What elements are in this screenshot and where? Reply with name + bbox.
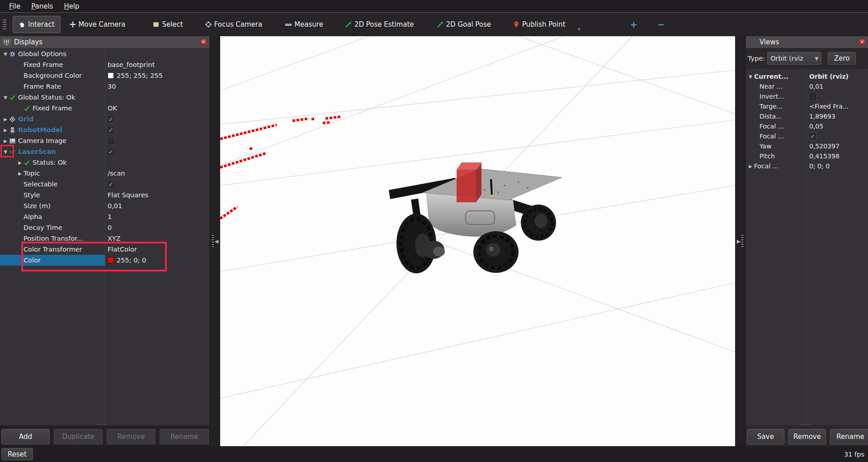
robot-icon: [9, 126, 18, 133]
color-swatch[interactable]: [108, 257, 114, 263]
displays-row-style[interactable]: StyleFlat Squares: [0, 190, 209, 200]
tool-publish-point[interactable]: Publish Point: [507, 16, 571, 33]
property-label: Style: [24, 191, 40, 199]
tool-label: 2D Pose Estimate: [354, 20, 414, 29]
tool-select[interactable]: Select: [146, 16, 189, 33]
checkbox-checked[interactable]: ✓: [108, 148, 114, 155]
hand-icon: [19, 21, 26, 28]
property-label: Camera Image: [18, 137, 66, 144]
splitter-right[interactable]: ▶: [735, 36, 746, 446]
save-button[interactable]: Save: [747, 429, 784, 444]
add-button[interactable]: Add: [1, 429, 50, 444]
close-icon[interactable]: ✕: [859, 39, 865, 45]
expand-right-icon[interactable]: ▶: [2, 128, 9, 133]
views-row-current-[interactable]: ▼Current...Orbit (rviz): [746, 71, 868, 81]
displays-row-frame-rate[interactable]: Frame Rate30: [0, 81, 209, 92]
checkbox-checked[interactable]: ✓: [108, 116, 114, 123]
expand-right-icon[interactable]: ▶: [16, 160, 24, 165]
displays-row-laserscan[interactable]: ▼LaserScan✓: [0, 146, 209, 157]
checkbox-checked[interactable]: ✓: [809, 133, 816, 140]
views-row-focal-[interactable]: Focal ...0,05: [746, 121, 868, 131]
remove-tool-button[interactable]: −: [653, 17, 670, 32]
zero-button[interactable]: Zero: [828, 52, 856, 65]
views-row-focal-[interactable]: Focal ...✓: [746, 131, 868, 141]
displays-row-background-color[interactable]: Background Color255; 255; 255: [0, 70, 209, 81]
checkbox-checked[interactable]: ✓: [108, 127, 114, 133]
splitter-left[interactable]: ◀: [209, 36, 220, 446]
views-row-pitch[interactable]: Pitch0,415398: [746, 151, 868, 161]
views-row-near-[interactable]: Near ...0,01: [746, 81, 868, 91]
collapse-left-icon[interactable]: ◀: [215, 238, 218, 244]
toolbar-overflow-icon[interactable]: ▾: [578, 26, 580, 32]
pin-icon: [513, 21, 520, 28]
status-bar: Reset 31 fps: [0, 446, 868, 462]
displays-row-status-ok[interactable]: ▶Status: Ok: [0, 157, 209, 168]
displays-row-global-options[interactable]: ▼Global Options: [0, 48, 209, 59]
property-label: Size (m): [24, 202, 51, 210]
expand-right-icon[interactable]: ▶: [2, 138, 9, 143]
reset-button[interactable]: Reset: [1, 448, 33, 460]
resize-handle[interactable]: ······: [96, 423, 107, 427]
displays-icon: [3, 38, 10, 46]
close-icon[interactable]: ✕: [200, 39, 207, 45]
select-icon: [152, 21, 160, 28]
remove-button[interactable]: Remove: [788, 429, 826, 444]
displays-row-fixed-frame[interactable]: Fixed FrameOK: [0, 103, 209, 114]
expand-right-icon[interactable]: ▶: [2, 117, 9, 122]
property-label: RobotModel: [18, 126, 62, 133]
displays-row-color[interactable]: Color255; 0; 0: [0, 255, 209, 266]
tool-move-camera[interactable]: Move Camera: [63, 16, 132, 33]
camera-icon: [9, 137, 18, 144]
color-swatch[interactable]: [108, 72, 114, 79]
displays-row-color-transformer[interactable]: Color TransformerFlatColor: [0, 244, 209, 255]
views-row-focal-[interactable]: ▶Focal ...0; 0; 0: [746, 161, 868, 171]
views-row-targe-[interactable]: Targe...<Fixed Fra...: [746, 101, 868, 111]
expand-right-icon[interactable]: ▶: [16, 171, 24, 176]
menu-file[interactable]: File: [5, 1, 25, 11]
displays-row-global-status-ok[interactable]: ▼Global Status: Ok: [0, 92, 209, 103]
expand-down-icon[interactable]: ▼: [2, 149, 9, 154]
checkbox-unchecked[interactable]: [809, 93, 816, 100]
resize-handle[interactable]: ······: [800, 423, 811, 427]
menu-help[interactable]: Help: [59, 1, 84, 11]
collapse-right-icon[interactable]: ▶: [737, 238, 741, 244]
menu-panels[interactable]: Panels: [27, 1, 57, 11]
add-tool-button[interactable]: +: [626, 17, 642, 32]
view-type-dropdown[interactable]: Orbit (rviz ▼: [767, 52, 821, 65]
tool-2d-goal-pose[interactable]: 2D Goal Pose: [431, 16, 497, 33]
displays-row-camera-image[interactable]: ▶Camera Image: [0, 135, 209, 146]
tool-interact[interactable]: Interact: [13, 16, 61, 33]
expand-down-icon[interactable]: ▼: [2, 95, 9, 100]
displays-row-position-transfor-[interactable]: Position Transfor...XYZ: [0, 233, 209, 244]
displays-row-size-m-[interactable]: Size (m)0,01: [0, 200, 209, 211]
views-row-dista-[interactable]: Dista...1,89693: [746, 111, 868, 121]
expand-down-icon[interactable]: ▼: [2, 52, 9, 57]
tool-label: Move Camera: [79, 20, 126, 29]
property-value: 255; 255; 255: [117, 72, 163, 79]
rename-button: Rename: [160, 429, 209, 444]
property-value: /scan: [108, 170, 125, 177]
views-row-yaw[interactable]: Yaw0,520397: [746, 141, 868, 151]
displays-row-robotmodel[interactable]: ▶RobotModel✓: [0, 124, 209, 135]
displays-row-topic[interactable]: ▶Topic/scan: [0, 168, 209, 179]
tool-2d-pose-estimate[interactable]: 2D Pose Estimate: [339, 16, 420, 33]
rename-button[interactable]: Rename: [830, 429, 868, 444]
tool-measure[interactable]: Measure: [279, 16, 329, 33]
expand-right-icon[interactable]: ▶: [747, 164, 754, 169]
checkbox-unchecked[interactable]: [108, 138, 114, 144]
displays-row-selectable[interactable]: Selectable✓: [0, 179, 209, 190]
property-value: OK: [108, 105, 117, 112]
views-tree: ▼Current...Orbit (rviz)Near ...0,01Inver…: [746, 69, 868, 425]
checkbox-checked[interactable]: ✓: [108, 181, 114, 188]
displays-row-grid[interactable]: ▶Grid✓: [0, 114, 209, 124]
expand-down-icon[interactable]: ▼: [747, 74, 754, 79]
toolbar-drag-handle[interactable]: [3, 19, 6, 29]
property-value: 1: [108, 213, 112, 220]
property-value: 0: [108, 224, 112, 231]
displays-row-fixed-frame[interactable]: Fixed Framebase_footprint: [0, 59, 209, 70]
views-row-invert-[interactable]: Invert...: [746, 91, 868, 101]
displays-row-decay-time[interactable]: Decay Time0: [0, 222, 209, 233]
displays-row-alpha[interactable]: Alpha1: [0, 211, 209, 222]
3d-viewport[interactable]: [220, 36, 735, 446]
tool-focus-camera[interactable]: Focus Camera: [199, 16, 268, 33]
